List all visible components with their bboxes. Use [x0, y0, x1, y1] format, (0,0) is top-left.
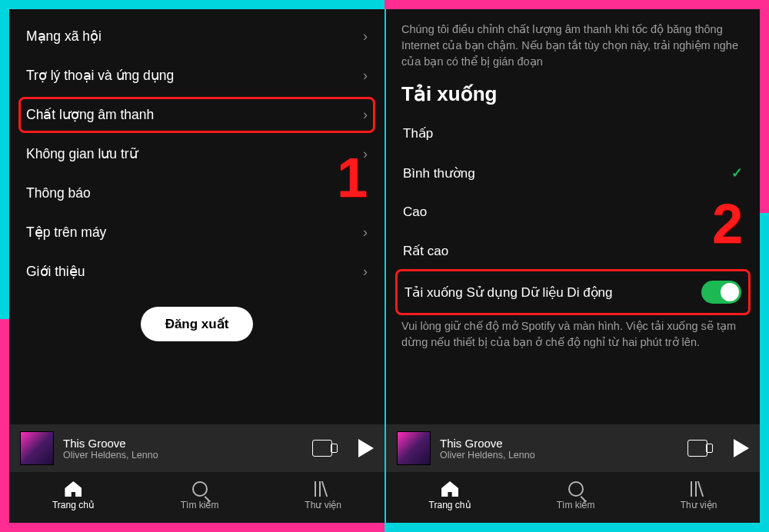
chevron-right-icon: › — [363, 107, 368, 123]
toggle-switch[interactable] — [701, 281, 741, 304]
download-quality-pane: Chúng tôi điều chỉnh chất lượng âm thanh… — [384, 9, 760, 523]
play-icon[interactable] — [734, 439, 749, 457]
quality-option-label: Thấp — [403, 125, 433, 141]
toggle-label: Tải xuống Sử dụng Dữ liệu Di động — [404, 284, 613, 301]
settings-item-storage[interactable]: Không gian lưu trữ › — [23, 135, 371, 174]
quality-option-label: Rất cao — [403, 243, 448, 259]
quality-option-label: Bình thường — [403, 165, 475, 181]
now-playing-title: This Groove — [63, 437, 303, 450]
two-pane-container: Mạng xã hội › Trợ lý thoại và ứng dụng ›… — [9, 9, 760, 523]
search-icon — [568, 481, 584, 497]
library-icon — [315, 481, 331, 497]
home-icon — [441, 481, 458, 497]
settings-item-label: Tệp trên máy — [26, 224, 106, 241]
checkmark-icon: ✓ — [731, 165, 743, 181]
settings-list-pane: Mạng xã hội › Trợ lý thoại và ứng dụng ›… — [9, 9, 384, 523]
annotation-step-number: 1 — [337, 146, 368, 209]
album-art — [20, 431, 54, 465]
settings-item-label: Chất lượng âm thanh — [26, 107, 154, 123]
settings-item-local-files[interactable]: Tệp trên máy › — [23, 213, 371, 252]
now-playing-artist: Oliver Heldens, Lenno — [440, 450, 678, 461]
chevron-right-icon: › — [363, 264, 368, 280]
now-playing-bar[interactable]: This Groove Oliver Heldens, Lenno — [386, 424, 760, 472]
quality-option-label: Cao — [403, 204, 427, 220]
settings-item-label: Giới thiệu — [26, 264, 85, 280]
download-mobile-data-row[interactable]: Tải xuống Sử dụng Dữ liệu Di động — [400, 271, 746, 314]
logout-button[interactable]: Đăng xuất — [141, 307, 254, 341]
chevron-right-icon: › — [363, 28, 368, 45]
settings-item-audio-quality[interactable]: Chất lượng âm thanh › — [23, 95, 371, 135]
quality-option-normal[interactable]: Bình thường ✓ — [400, 153, 746, 193]
auto-quality-description: Chúng tôi điều chỉnh chất lượng âm thanh… — [400, 17, 746, 79]
settings-item-label: Thông báo — [26, 185, 91, 201]
quality-option-very-high[interactable]: Rất cao — [400, 231, 746, 271]
tab-bar: Trang chủ Tìm kiếm Thư viện — [9, 472, 384, 523]
home-icon — [65, 481, 82, 497]
settings-item-about[interactable]: Giới thiệu › — [23, 252, 371, 291]
settings-item-notifications[interactable]: Thông báo › — [23, 174, 371, 213]
settings-item-social[interactable]: Mạng xã hội › — [23, 17, 371, 56]
chevron-right-icon: › — [363, 224, 368, 241]
tab-library[interactable]: Thư viện — [305, 481, 341, 510]
devices-icon[interactable] — [312, 440, 332, 457]
tab-bar: Trang chủ Tìm kiếm Thư viện — [386, 472, 760, 523]
tab-library[interactable]: Thư viện — [681, 481, 717, 510]
play-icon[interactable] — [358, 439, 374, 457]
tab-search[interactable]: Tìm kiếm — [181, 481, 219, 510]
tab-label: Trang chủ — [429, 500, 471, 510]
search-icon — [192, 481, 208, 497]
tab-label: Tìm kiếm — [557, 500, 595, 510]
section-header-download: Tải xuống — [400, 79, 746, 114]
tab-search[interactable]: Tìm kiếm — [557, 481, 595, 510]
chevron-right-icon: › — [363, 68, 368, 84]
quality-option-low[interactable]: Thấp — [400, 114, 746, 153]
now-playing-title: This Groove — [440, 437, 678, 450]
settings-item-label: Không gian lưu trữ — [26, 146, 138, 162]
download-note: Vui lòng giữ chế độ mở Spotify và màn hì… — [400, 314, 746, 360]
now-playing-artist: Oliver Heldens, Lenno — [63, 450, 303, 461]
tab-home[interactable]: Trang chủ — [52, 481, 95, 510]
tab-label: Trang chủ — [52, 500, 95, 510]
tab-label: Thư viện — [305, 500, 341, 510]
now-playing-bar[interactable]: This Groove Oliver Heldens, Lenno — [9, 424, 384, 472]
album-art — [397, 431, 431, 465]
tab-home[interactable]: Trang chủ — [429, 481, 471, 510]
library-icon — [691, 481, 707, 497]
devices-icon[interactable] — [687, 440, 707, 457]
settings-item-voice[interactable]: Trợ lý thoại và ứng dụng › — [23, 56, 371, 95]
annotation-step-number: 2 — [712, 192, 743, 255]
tab-label: Tìm kiếm — [181, 500, 219, 510]
tab-label: Thư viện — [681, 500, 717, 510]
settings-item-label: Mạng xã hội — [26, 28, 102, 45]
quality-option-high[interactable]: Cao — [400, 193, 746, 231]
settings-item-label: Trợ lý thoại và ứng dụng — [26, 68, 174, 84]
